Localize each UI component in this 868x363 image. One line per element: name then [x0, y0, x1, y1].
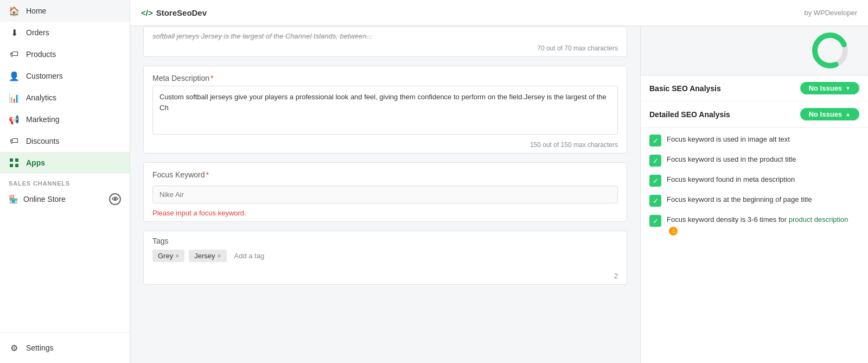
home-icon: 🏠 — [9, 5, 20, 16]
check-page-title: ✓ Focus keyword is at the beginning of p… — [649, 194, 859, 207]
basic-seo-arrow: ▼ — [845, 85, 851, 91]
tags-label: Tags — [152, 237, 618, 245]
seo-donut-chart — [803, 31, 857, 69]
check-alt-text-icon: ✓ — [649, 135, 661, 147]
tags-section: Tags Grey × Jersey × Add a tag — [143, 231, 627, 285]
customers-icon: 👤 — [9, 71, 20, 81]
sidebar-nav-discounts[interactable]: 🏷 Discounts — [0, 130, 130, 152]
discounts-label: Discounts — [26, 137, 59, 145]
page-number: 2 — [144, 268, 627, 284]
meta-desc-value[interactable]: Custom softball jerseys give your player… — [152, 86, 618, 135]
products-icon: 🏷 — [9, 49, 20, 60]
basic-seo-status: No Issues — [809, 84, 842, 92]
check-alt-text: ✓ Focus keyword is used in image alt tex… — [649, 134, 859, 147]
detailed-seo-arrow: ▲ — [845, 111, 851, 117]
check-product-title-icon: ✓ — [649, 155, 661, 167]
warning-icon: ⚠ — [669, 227, 678, 235]
basic-seo-label: Basic SEO Analysis — [649, 84, 721, 93]
meta-desc-label: Meta Description — [144, 66, 627, 86]
main-area: </> StoreSeoDev by WPDeveloper softball … — [130, 0, 868, 363]
online-store-visibility-icon[interactable]: 👁 — [109, 193, 121, 205]
settings-label: Settings — [26, 343, 54, 352]
home-label: Home — [26, 7, 46, 15]
focus-keyword-section: Focus Keyword Please input a focus keywo… — [143, 162, 627, 222]
check-meta-desc-label: Focus keyword found in meta description — [667, 174, 795, 185]
focus-keyword-input[interactable] — [152, 186, 618, 203]
add-tag-button[interactable]: Add a tag — [231, 250, 268, 262]
detailed-seo-section: Detailed SEO Analysis No Issues ▲ — [641, 101, 868, 128]
detailed-seo-label: Detailed SEO Analysis — [649, 110, 730, 119]
seo-panel: Basic SEO Analysis No Issues ▼ Detailed … — [640, 26, 868, 363]
seo-checklist: ✓ Focus keyword is used in image alt tex… — [641, 128, 868, 250]
sidebar-nav-analytics[interactable]: 📊 Analytics — [0, 87, 130, 109]
sidebar-online-store[interactable]: 🏪 Online Store 👁 — [0, 189, 130, 209]
basic-seo-badge[interactable]: No Issues ▼ — [800, 82, 859, 94]
focus-keyword-error: Please input a focus keyword. — [144, 207, 627, 221]
by-developer: by WPDeveloper — [804, 9, 857, 17]
title-truncated-text: softball jerseys Jersey is the largest o… — [144, 27, 627, 42]
sidebar-nav-products[interactable]: 🏷 Products — [0, 43, 130, 65]
meta-desc-section: Meta Description Custom softball jerseys… — [143, 66, 627, 154]
check-density-label: Focus keyword density is 3-6 times for p… — [667, 214, 859, 235]
basic-seo-section: Basic SEO Analysis No Issues ▼ — [641, 75, 868, 101]
sidebar-nav-apps[interactable]: Apps — [0, 152, 130, 174]
brand-name: StoreSeoDev — [156, 8, 207, 17]
meta-char-count: 150 out of 150 max characters — [144, 139, 627, 153]
tag-grey-remove[interactable]: × — [175, 252, 179, 260]
detailed-seo-badge[interactable]: No Issues ▲ — [800, 108, 859, 120]
check-page-title-icon: ✓ — [649, 195, 661, 207]
online-store-icon: 🏪 — [9, 195, 18, 203]
tag-jersey[interactable]: Jersey × — [189, 250, 226, 262]
sidebar: 🏠 Home ⬇ Orders 🏷 Products 👤 Customers 📊… — [0, 0, 130, 363]
online-store-label: Online Store — [23, 195, 66, 203]
check-meta-desc: ✓ Focus keyword found in meta descriptio… — [649, 174, 859, 187]
check-meta-desc-icon: ✓ — [649, 175, 661, 187]
check-density-icon: ✓ — [649, 215, 661, 227]
check-density-highlight: product description — [789, 215, 848, 224]
seo-score-area — [641, 26, 868, 75]
top-bar: </> StoreSeoDev by WPDeveloper — [130, 0, 868, 26]
svg-rect-0 — [10, 158, 13, 162]
sidebar-nav-home[interactable]: 🏠 Home — [0, 0, 130, 22]
settings-icon: ⚙ — [9, 342, 20, 353]
sidebar-nav-customers[interactable]: 👤 Customers — [0, 65, 130, 87]
svg-rect-2 — [10, 164, 13, 167]
sidebar-nav-marketing[interactable]: 📢 Marketing — [0, 109, 130, 130]
marketing-icon: 📢 — [9, 114, 20, 125]
main-content: softball jerseys Jersey is the largest o… — [130, 26, 640, 363]
tags-row: Grey × Jersey × Add a tag — [152, 250, 618, 268]
check-alt-text-label: Focus keyword is used in image alt text — [667, 134, 790, 145]
tag-jersey-remove[interactable]: × — [217, 252, 221, 260]
content-area: softball jerseys Jersey is the largest o… — [130, 26, 868, 363]
check-page-title-label: Focus keyword is at the beginning of pag… — [667, 194, 812, 205]
apps-label: Apps — [26, 158, 45, 167]
focus-keyword-label: Focus Keyword — [144, 163, 627, 182]
check-density: ✓ Focus keyword density is 3-6 times for… — [649, 214, 859, 235]
sales-channels-label: SALES CHANNELS — [0, 174, 130, 189]
analytics-icon: 📊 — [9, 92, 20, 103]
products-label: Products — [26, 50, 56, 59]
brand: </> StoreSeoDev — [141, 8, 207, 17]
detailed-seo-status: No Issues — [809, 110, 842, 118]
orders-icon: ⬇ — [9, 27, 20, 38]
title-section: softball jerseys Jersey is the largest o… — [143, 26, 627, 57]
check-product-title-label: Focus keyword is used in the product tit… — [667, 154, 796, 165]
tag-jersey-label: Jersey — [194, 252, 215, 260]
check-product-title: ✓ Focus keyword is used in the product t… — [649, 154, 859, 167]
title-char-count: 70 out of 70 max characters — [144, 42, 627, 56]
svg-rect-3 — [15, 164, 18, 167]
discounts-icon: 🏷 — [9, 136, 20, 147]
tag-grey[interactable]: Grey × — [152, 250, 184, 262]
svg-rect-1 — [15, 158, 18, 162]
sidebar-nav-settings[interactable]: ⚙ Settings — [0, 337, 130, 359]
sidebar-nav-orders[interactable]: ⬇ Orders — [0, 22, 130, 43]
brand-code-icon: </> — [141, 8, 153, 17]
customers-label: Customers — [26, 72, 63, 80]
marketing-label: Marketing — [26, 115, 59, 124]
analytics-label: Analytics — [26, 93, 56, 102]
apps-icon — [9, 157, 20, 168]
orders-label: Orders — [26, 28, 49, 37]
tag-grey-label: Grey — [158, 252, 173, 260]
